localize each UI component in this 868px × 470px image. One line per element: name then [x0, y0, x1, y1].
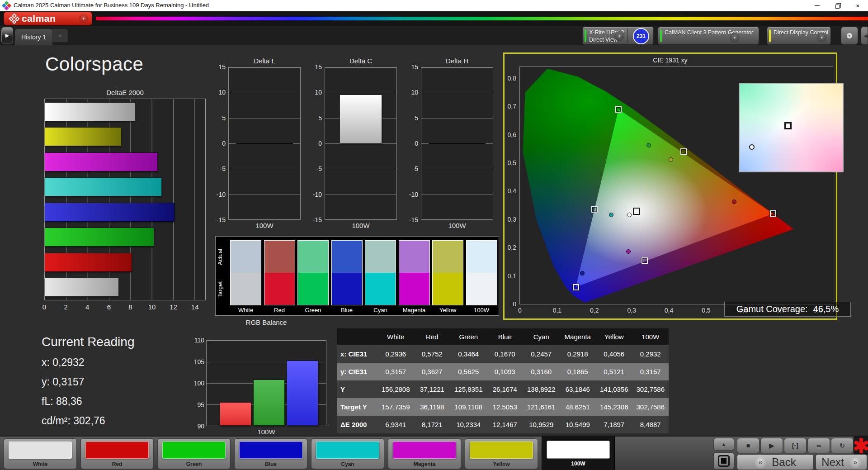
- next-label: Next: [821, 456, 844, 469]
- actual-swatch: [331, 240, 363, 273]
- refresh-button[interactable]: ↻: [831, 438, 854, 453]
- actual-swatch: [230, 240, 261, 273]
- axis-tick-label: 0,2: [590, 307, 599, 314]
- table-value-cell: 157,7359: [377, 398, 414, 416]
- table-row-label: x: CIE31: [337, 345, 377, 363]
- pattern-button-green[interactable]: Green: [157, 438, 231, 469]
- swatch-column-green: Green: [297, 240, 329, 313]
- delta-l-y-axis: 151050-5-10-15: [210, 67, 226, 220]
- axis-tick-label: 0: [318, 140, 322, 147]
- current-reading-value: y: 0,3157: [42, 376, 134, 388]
- table-header-cell: 100W: [632, 328, 669, 345]
- table-header-cell: Green: [450, 328, 487, 345]
- axis-tick-label: 0,7: [508, 103, 516, 110]
- add-tab-button[interactable]: +: [52, 28, 68, 43]
- window-titlebar: Calman 2025 Calman Ultimate for Business…: [0, 0, 868, 11]
- calman-logo-icon: [9, 13, 19, 24]
- deltae-x-axis: 02468101214: [44, 303, 206, 312]
- swatch-label: Blue: [331, 307, 363, 313]
- main-workspace: Colorspace DeltaE 2000 02468101214 Delta…: [0, 45, 868, 436]
- deltae-bar-row: [45, 149, 205, 175]
- cie-measured-green: [646, 143, 651, 147]
- chevron-left-icon: ◀: [864, 33, 868, 39]
- stop-button[interactable]: ■: [737, 438, 760, 453]
- restore-button[interactable]: [827, 0, 848, 11]
- swatch-column-yellow: Yellow: [432, 240, 463, 313]
- cie-chart: 00,10,20,30,40,50,60,70,8 00,10,20,30,40…: [519, 66, 833, 304]
- axis-tick-label: -5: [220, 165, 226, 172]
- axis-tick-label: 10: [218, 89, 226, 96]
- license-asterisk-icon: [854, 438, 868, 453]
- swatch-label: White: [230, 307, 261, 313]
- gamut-coverage-value: 46,5%: [813, 304, 839, 314]
- display-control-dropdown[interactable]: Direct Display Control ▼: [767, 27, 831, 45]
- axis-tick-label: 0,1: [508, 272, 516, 280]
- axis-tick-label: 105: [194, 358, 204, 366]
- pattern-label: Magenta: [388, 461, 461, 467]
- chevron-double-right-icon: »: [849, 456, 861, 468]
- calman-menu-button[interactable]: calman ▼: [4, 12, 92, 25]
- pattern-button-100w[interactable]: 100W: [542, 436, 615, 470]
- tab-history-1[interactable]: History 1: [14, 28, 53, 45]
- history-nav-button[interactable]: ▶: [1, 27, 13, 43]
- interval-button[interactable]: [·]: [784, 438, 807, 453]
- pattern-button-yellow[interactable]: Yellow: [465, 438, 538, 469]
- pattern-label: Blue: [235, 461, 307, 467]
- axis-tick-label: 0,2: [508, 244, 516, 251]
- axis-tick-label: 0,3: [508, 216, 516, 223]
- rgb-balance-y-axis: 1101051009590: [189, 340, 204, 426]
- swatch-label: Cyan: [365, 307, 396, 313]
- axis-tick-label: 0,1: [553, 307, 561, 314]
- table-value-cell: 0,5121: [596, 363, 632, 380]
- expand-patterns-button[interactable]: ▲: [713, 438, 734, 451]
- play-button[interactable]: ▶: [760, 438, 783, 453]
- axis-tick-label: 15: [218, 63, 226, 71]
- minimize-button[interactable]: [807, 0, 827, 11]
- table-value-cell: 0,2936: [377, 345, 414, 363]
- cie-measured-magenta: [626, 249, 631, 254]
- back-button[interactable]: « Back: [737, 454, 814, 470]
- pattern-label: 100W: [542, 461, 614, 467]
- deltae-bar-100w: [45, 102, 136, 121]
- axis-tick-label: 0,3: [627, 307, 636, 314]
- axis-tick-label: 0,5: [702, 307, 710, 314]
- swatch-column-100w: 100W: [466, 240, 497, 313]
- axis-tick-label: 5: [415, 114, 418, 122]
- next-button[interactable]: Next »: [816, 454, 867, 470]
- display-control-status-stripe: [769, 29, 771, 42]
- settings-button[interactable]: [841, 27, 858, 45]
- pattern-label: Red: [81, 461, 153, 467]
- pattern-button-white[interactable]: White: [4, 438, 77, 469]
- pattern-button-magenta[interactable]: Magenta: [388, 438, 461, 469]
- table-value-cell: 7,1897: [596, 416, 632, 433]
- axis-tick-label: 10: [315, 89, 322, 96]
- pattern-generator-label: CalMAN Client 3 Pattern Generator: [665, 29, 753, 36]
- swatch-label: Green: [297, 307, 329, 313]
- play-icon: ▶: [769, 442, 774, 449]
- pattern-button-red[interactable]: Red: [80, 438, 154, 469]
- meter-mode: Direct View: [589, 37, 618, 43]
- continuous-button[interactable]: ∞: [807, 438, 830, 453]
- pattern-label: Yellow: [465, 461, 538, 467]
- delta-c-bar: [340, 95, 382, 143]
- deltae-bar-blue: [45, 203, 175, 222]
- meter-dropdown[interactable]: X-Rite i1Pro 2 Direct View ▼ 231: [582, 27, 654, 45]
- display-window-button[interactable]: [713, 452, 734, 470]
- deltae-bar-green: [45, 228, 154, 247]
- meter-count-badge[interactable]: 231: [633, 28, 649, 44]
- collapse-panel-button[interactable]: ◀: [861, 27, 868, 45]
- chevron-down-icon: ▼: [730, 33, 740, 43]
- close-button[interactable]: ×: [848, 0, 868, 11]
- table-value-cell: 6,9341: [377, 416, 414, 433]
- axis-tick-label: 0,6: [508, 131, 516, 138]
- pattern-generator-dropdown[interactable]: CalMAN Client 3 Pattern Generator ▼: [658, 27, 759, 45]
- axis-tick-label: -10: [217, 191, 226, 198]
- target-swatch: [432, 273, 463, 305]
- table-value-cell: 10,9529: [523, 416, 560, 433]
- table-value-cell: 0,2457: [523, 345, 560, 363]
- refresh-icon: ↻: [840, 442, 845, 449]
- delta-l-title: Delta L: [228, 57, 301, 65]
- chevron-up-icon: ▲: [722, 442, 726, 447]
- pattern-button-cyan[interactable]: Cyan: [311, 438, 384, 469]
- pattern-button-blue[interactable]: Blue: [234, 438, 307, 469]
